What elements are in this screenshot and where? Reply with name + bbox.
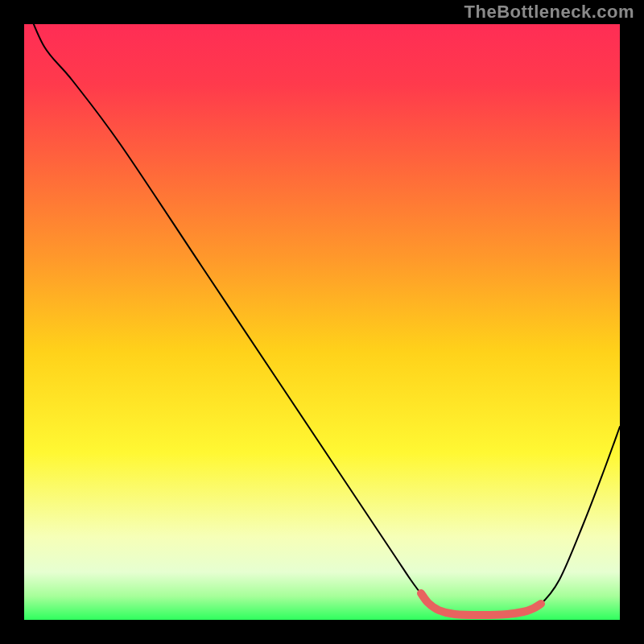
bottleneck-chart [0,0,644,644]
chart-container: { "watermark": "TheBottleneck.com", "cha… [0,0,644,644]
watermark-text: TheBottleneck.com [464,2,634,23]
plot-background [24,24,620,620]
